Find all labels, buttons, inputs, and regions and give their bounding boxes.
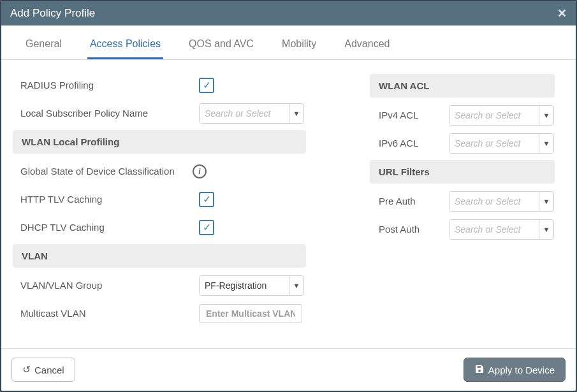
section-url-filters: URL Filters — [370, 160, 555, 184]
ipv4-acl-combo[interactable]: ▼ — [449, 105, 554, 126]
cancel-button[interactable]: ↻ Cancel — [11, 358, 75, 382]
chevron-down-icon[interactable]: ▼ — [289, 276, 303, 295]
right-column: WLAN ACL IPv4 ACL ▼ IPv6 ACL ▼ URL Filte… — [370, 71, 555, 348]
row-ipv6-acl: IPv6 ACL ▼ — [370, 129, 555, 157]
footer: ↻ Cancel Apply to Device — [1, 348, 576, 391]
radius-profiling-label: RADIUS Profiling — [13, 79, 193, 92]
apply-button[interactable]: Apply to Device — [464, 358, 566, 382]
chevron-down-icon[interactable]: ▼ — [539, 134, 553, 153]
post-auth-combo[interactable]: ▼ — [449, 219, 554, 240]
row-pre-auth: Pre Auth ▼ — [370, 187, 555, 215]
pre-auth-combo[interactable]: ▼ — [449, 191, 554, 212]
dhcp-tlv-checkbox[interactable] — [199, 220, 214, 235]
ipv4-acl-label: IPv4 ACL — [370, 109, 442, 122]
row-multicast-vlan: Multicast VLAN — [13, 300, 306, 328]
local-subscriber-combo[interactable]: ▼ — [199, 103, 304, 124]
row-dhcp-tlv: DHCP TLV Caching — [13, 214, 306, 242]
row-radius-profiling: RADIUS Profiling — [13, 71, 306, 99]
chevron-down-icon[interactable]: ▼ — [289, 104, 303, 123]
ipv6-acl-combo[interactable]: ▼ — [449, 133, 554, 154]
apply-label: Apply to Device — [488, 365, 555, 375]
post-auth-input[interactable] — [449, 220, 539, 239]
titlebar: Add Policy Profile ✕ — [1, 1, 576, 25]
pre-auth-input[interactable] — [449, 192, 539, 211]
ipv4-acl-input[interactable] — [449, 106, 539, 125]
undo-icon: ↻ — [22, 364, 31, 375]
body: RADIUS Profiling Local Subscriber Policy… — [1, 60, 576, 348]
multicast-vlan-label: Multicast VLAN — [13, 307, 193, 320]
left-column: RADIUS Profiling Local Subscriber Policy… — [13, 71, 306, 348]
row-global-state: Global State of Device Classification i — [13, 157, 306, 185]
post-auth-label: Post Auth — [370, 223, 442, 236]
modal-add-policy-profile: Add Policy Profile ✕ General Access Poli… — [0, 0, 577, 392]
cancel-label: Cancel — [34, 365, 64, 375]
section-wlan-local-profiling: WLAN Local Profiling — [13, 130, 306, 154]
pre-auth-label: Pre Auth — [370, 195, 442, 208]
vlan-group-label: VLAN/VLAN Group — [13, 279, 193, 292]
row-vlan-group: VLAN/VLAN Group ▼ — [13, 272, 306, 300]
save-icon — [474, 364, 485, 376]
local-subscriber-input[interactable] — [200, 104, 289, 123]
section-vlan: VLAN — [13, 244, 306, 268]
row-local-subscriber: Local Subscriber Policy Name ▼ — [13, 99, 306, 127]
row-post-auth: Post Auth ▼ — [370, 215, 555, 243]
tab-general[interactable]: General — [23, 29, 64, 59]
tab-advanced[interactable]: Advanced — [342, 29, 392, 59]
multicast-vlan-input[interactable] — [199, 304, 302, 323]
vlan-group-combo[interactable]: ▼ — [199, 275, 304, 296]
vlan-group-input[interactable] — [200, 276, 289, 295]
ipv6-acl-label: IPv6 ACL — [370, 137, 442, 150]
section-wlan-acl: WLAN ACL — [370, 74, 555, 98]
chevron-down-icon[interactable]: ▼ — [539, 192, 553, 211]
tabsbar: General Access Policies QOS and AVC Mobi… — [1, 29, 576, 60]
row-http-tlv: HTTP TLV Caching — [13, 185, 306, 214]
tab-access-policies[interactable]: Access Policies — [87, 29, 163, 59]
http-tlv-label: HTTP TLV Caching — [13, 193, 193, 206]
chevron-down-icon[interactable]: ▼ — [539, 106, 553, 125]
close-icon[interactable]: ✕ — [557, 6, 567, 20]
row-ipv4-acl: IPv4 ACL ▼ — [370, 101, 555, 129]
chevron-down-icon[interactable]: ▼ — [539, 220, 553, 239]
local-subscriber-label: Local Subscriber Policy Name — [13, 107, 193, 120]
tab-mobility[interactable]: Mobility — [279, 29, 319, 59]
dhcp-tlv-label: DHCP TLV Caching — [13, 221, 193, 234]
ipv6-acl-input[interactable] — [449, 134, 539, 153]
info-icon[interactable]: i — [193, 164, 207, 178]
modal-title: Add Policy Profile — [10, 7, 95, 20]
http-tlv-checkbox[interactable] — [199, 192, 214, 207]
radius-profiling-checkbox[interactable] — [199, 78, 214, 93]
tab-qos-avc[interactable]: QOS and AVC — [186, 29, 256, 59]
global-state-label: Global State of Device Classification — [13, 165, 193, 178]
